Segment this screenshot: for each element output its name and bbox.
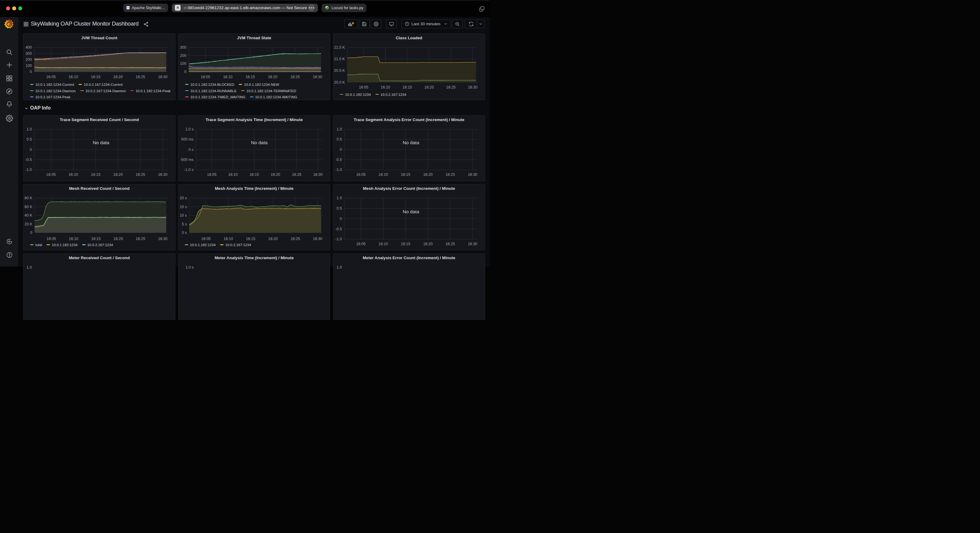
svg-text:16:15: 16:15 bbox=[401, 242, 410, 246]
svg-text:0: 0 bbox=[340, 216, 342, 220]
svg-text:1.0 s: 1.0 s bbox=[186, 265, 194, 267]
svg-text:16:10: 16:10 bbox=[68, 75, 78, 79]
svg-text:16:30: 16:30 bbox=[468, 173, 477, 177]
svg-text:16:30: 16:30 bbox=[158, 237, 167, 241]
svg-text:0: 0 bbox=[30, 231, 32, 235]
svg-text:-1.0: -1.0 bbox=[335, 237, 342, 241]
svg-text:16:25: 16:25 bbox=[136, 237, 145, 241]
svg-text:500 ms: 500 ms bbox=[181, 137, 194, 141]
svg-text:-1.0: -1.0 bbox=[25, 168, 32, 172]
svg-text:1.0: 1.0 bbox=[27, 265, 32, 267]
svg-text:16:05: 16:05 bbox=[359, 85, 368, 89]
svg-text:16:10: 16:10 bbox=[224, 237, 233, 241]
svg-text:16:15: 16:15 bbox=[402, 85, 412, 89]
svg-text:-1.0 s: -1.0 s bbox=[184, 168, 193, 172]
svg-text:100: 100 bbox=[180, 62, 186, 66]
svg-text:0 s: 0 s bbox=[182, 231, 187, 235]
svg-text:15 s: 15 s bbox=[180, 205, 187, 209]
svg-text:16:15: 16:15 bbox=[401, 173, 410, 177]
svg-text:200: 200 bbox=[25, 57, 32, 62]
svg-text:16:20: 16:20 bbox=[113, 173, 123, 177]
svg-text:16:25: 16:25 bbox=[135, 173, 145, 177]
svg-text:0: 0 bbox=[30, 70, 32, 74]
svg-text:16:20: 16:20 bbox=[423, 173, 433, 177]
svg-text:16:15: 16:15 bbox=[245, 75, 255, 79]
svg-text:10 s: 10 s bbox=[180, 213, 187, 217]
svg-text:1.0: 1.0 bbox=[337, 265, 342, 267]
svg-text:300: 300 bbox=[180, 45, 186, 49]
svg-text:0.5: 0.5 bbox=[27, 137, 32, 141]
svg-text:16:10: 16:10 bbox=[68, 173, 78, 177]
svg-text:16:25: 16:25 bbox=[135, 75, 145, 79]
svg-text:16:30: 16:30 bbox=[468, 242, 477, 246]
svg-text:16:25: 16:25 bbox=[291, 237, 300, 241]
svg-text:20 K: 20 K bbox=[25, 222, 33, 226]
svg-text:16:10: 16:10 bbox=[378, 173, 388, 177]
svg-text:20.0 K: 20.0 K bbox=[334, 80, 345, 84]
svg-text:1.0: 1.0 bbox=[337, 127, 342, 132]
svg-text:80 K: 80 K bbox=[25, 196, 33, 200]
svg-text:16:30: 16:30 bbox=[313, 173, 323, 177]
svg-text:0: 0 bbox=[340, 148, 342, 152]
svg-text:16:15: 16:15 bbox=[91, 173, 100, 177]
svg-text:-1.0: -1.0 bbox=[335, 168, 342, 172]
svg-text:16:10: 16:10 bbox=[228, 173, 237, 177]
svg-text:16:30: 16:30 bbox=[313, 75, 322, 79]
svg-text:16:05: 16:05 bbox=[201, 237, 211, 241]
svg-text:40 K: 40 K bbox=[25, 213, 33, 217]
svg-text:16:25: 16:25 bbox=[292, 173, 301, 177]
svg-text:5 s: 5 s bbox=[182, 222, 187, 226]
svg-text:60 K: 60 K bbox=[25, 205, 33, 209]
svg-text:No data: No data bbox=[93, 140, 110, 145]
svg-text:16:05: 16:05 bbox=[46, 237, 56, 241]
svg-text:16:20: 16:20 bbox=[423, 242, 433, 246]
svg-text:16:25: 16:25 bbox=[290, 75, 300, 79]
svg-text:No data: No data bbox=[402, 140, 419, 145]
svg-text:16:15: 16:15 bbox=[250, 173, 259, 177]
svg-text:0.5: 0.5 bbox=[337, 206, 342, 210]
svg-text:16:05: 16:05 bbox=[356, 173, 366, 177]
svg-text:-0.5: -0.5 bbox=[25, 158, 32, 162]
svg-text:100: 100 bbox=[25, 63, 32, 68]
svg-text:16:10: 16:10 bbox=[380, 85, 390, 89]
svg-text:0: 0 bbox=[30, 148, 32, 152]
svg-text:0.5: 0.5 bbox=[337, 137, 342, 141]
svg-text:No data: No data bbox=[402, 209, 419, 214]
svg-text:16:30: 16:30 bbox=[158, 75, 167, 79]
svg-text:16:05: 16:05 bbox=[356, 242, 366, 246]
svg-text:200: 200 bbox=[180, 54, 186, 58]
svg-text:16:25: 16:25 bbox=[445, 173, 455, 177]
svg-text:16:10: 16:10 bbox=[223, 75, 233, 79]
svg-text:16:25: 16:25 bbox=[445, 242, 455, 246]
svg-text:300: 300 bbox=[25, 51, 32, 56]
svg-text:20.5 K: 20.5 K bbox=[334, 68, 345, 73]
svg-text:16:20: 16:20 bbox=[268, 75, 277, 79]
svg-text:-500 ms: -500 ms bbox=[180, 158, 194, 162]
svg-text:16:30: 16:30 bbox=[158, 173, 167, 177]
svg-text:No data: No data bbox=[251, 140, 268, 145]
svg-text:-0.5: -0.5 bbox=[335, 227, 342, 231]
svg-text:16:20: 16:20 bbox=[114, 237, 123, 241]
svg-text:16:20: 16:20 bbox=[268, 237, 278, 241]
svg-text:16:30: 16:30 bbox=[313, 237, 322, 241]
svg-text:0 s: 0 s bbox=[189, 148, 194, 152]
svg-text:1.0: 1.0 bbox=[337, 196, 342, 200]
svg-text:16:25: 16:25 bbox=[446, 85, 455, 89]
svg-text:16:05: 16:05 bbox=[46, 173, 56, 177]
svg-text:16:20: 16:20 bbox=[424, 85, 434, 89]
svg-text:16:20: 16:20 bbox=[271, 173, 280, 177]
svg-text:1.0: 1.0 bbox=[27, 127, 32, 132]
svg-text:21.0 K: 21.0 K bbox=[334, 57, 345, 61]
svg-text:16:10: 16:10 bbox=[378, 242, 388, 246]
svg-text:400: 400 bbox=[25, 45, 32, 49]
svg-text:0: 0 bbox=[184, 70, 186, 74]
svg-text:-0.5: -0.5 bbox=[335, 158, 342, 162]
svg-text:16:30: 16:30 bbox=[468, 85, 477, 89]
svg-text:16:05: 16:05 bbox=[201, 75, 210, 79]
svg-text:16:15: 16:15 bbox=[246, 237, 255, 241]
svg-text:20 s: 20 s bbox=[180, 196, 187, 200]
svg-text:16:20: 16:20 bbox=[113, 75, 123, 79]
svg-text:21.5 K: 21.5 K bbox=[334, 45, 345, 49]
svg-text:16:15: 16:15 bbox=[91, 237, 100, 241]
svg-text:16:15: 16:15 bbox=[91, 75, 100, 79]
